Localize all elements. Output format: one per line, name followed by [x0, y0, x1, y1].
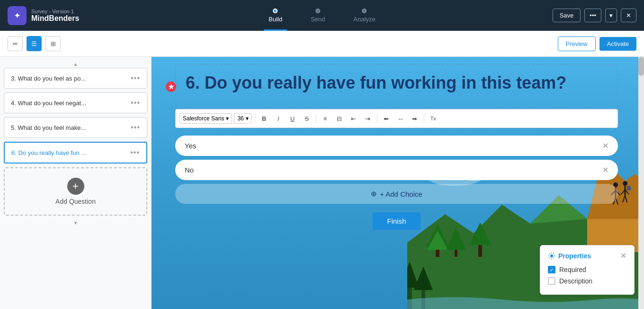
italic-button[interactable]: I: [272, 112, 285, 125]
description-checkbox[interactable]: [548, 277, 555, 285]
properties-title: Properties: [548, 252, 591, 260]
survey-canvas-container: ★ 6. Do you really have fun working in t…: [152, 57, 644, 309]
font-size-value: 36: [237, 115, 243, 122]
preview-button[interactable]: Preview: [558, 36, 596, 51]
main-layout: ▲ 3. What do you feel as po... ••• 4. Wh…: [0, 57, 644, 309]
main-toolbar: ✏ ☰ ⊞ Preview Activate: [0, 31, 644, 57]
add-question-area[interactable]: + Add Question: [4, 167, 147, 216]
edit-button[interactable]: ✏: [8, 36, 23, 51]
grid-icon: ⊞: [51, 40, 56, 47]
question-3-more[interactable]: •••: [131, 74, 140, 82]
description-row: Description: [548, 277, 626, 285]
tab-build-dot: [273, 9, 278, 13]
choice-no-label: No: [185, 166, 194, 174]
questions-panel: ▲ 3. What do you feel as po... ••• 4. Wh…: [0, 57, 152, 309]
indent-decrease-button[interactable]: ⇤: [348, 112, 360, 125]
edit-icon: ✏: [13, 40, 18, 47]
choice-yes: Yes ✕: [175, 136, 618, 156]
tab-build-label: Build: [268, 16, 282, 23]
top-nav: ✦ Survey - Version 1 MindBenders Build S…: [0, 0, 644, 31]
add-choice-icon: ⊕: [371, 190, 377, 198]
choice-no-remove[interactable]: ✕: [602, 165, 608, 174]
strike-label: S: [304, 115, 309, 122]
add-choice-label: + Add Choice: [380, 190, 422, 198]
properties-panel: Properties ✕ ✓ Required Description: [540, 245, 635, 295]
tab-analyze[interactable]: Analyze: [354, 0, 376, 31]
close-button[interactable]: ✕: [621, 9, 636, 22]
properties-icon: [548, 252, 555, 260]
scroll-down-arrow[interactable]: ▼: [4, 219, 147, 227]
question-item-5[interactable]: 5. What do you feel make... •••: [4, 117, 147, 138]
font-family-chevron: ▾: [226, 115, 229, 122]
question-item-4[interactable]: 4. What do you feel negat... •••: [4, 92, 147, 113]
svg-point-26: [550, 254, 553, 257]
question-3-label: 3. What do you feel as po...: [11, 75, 131, 82]
brand-name: MindBenders: [31, 14, 79, 23]
svg-rect-21: [627, 186, 631, 191]
save-button[interactable]: Save: [553, 9, 581, 22]
font-family-select[interactable]: Salesforce Sans ▾: [179, 113, 232, 124]
unordered-list-button[interactable]: ≡: [319, 112, 331, 125]
tab-analyze-label: Analyze: [354, 16, 376, 23]
underline-label: U: [290, 115, 295, 122]
question-item-3[interactable]: 3. What do you feel as po... •••: [4, 68, 147, 89]
add-choice-button[interactable]: ⊕ + Add Choice: [175, 184, 618, 204]
grid-view-button[interactable]: ⊞: [45, 36, 61, 51]
dropdown-button[interactable]: ▾: [605, 9, 617, 22]
list-icon: ☰: [31, 40, 37, 47]
properties-header: Properties ✕: [548, 251, 626, 260]
ordered-list-button[interactable]: ⊟: [333, 112, 346, 125]
app-logo: ✦ Survey - Version 1 MindBenders: [8, 6, 79, 25]
add-question-icon: +: [67, 178, 84, 195]
canvas-scroll-thumb[interactable]: [638, 57, 644, 76]
required-checkbox[interactable]: ✓: [548, 266, 555, 273]
bold-button[interactable]: B: [258, 112, 270, 125]
question-6-label: 6. Do you really have fun ...: [11, 149, 130, 156]
toolbar-divider-1: [255, 114, 255, 123]
add-question-label: Add Question: [55, 198, 96, 205]
question-title[interactable]: 6. Do you really have fun working in thi…: [186, 73, 608, 93]
clear-format-button[interactable]: Tx: [427, 112, 439, 125]
align-center-button[interactable]: ↔: [394, 112, 407, 125]
question-6-more[interactable]: •••: [130, 148, 140, 157]
toolbar-divider-3: [377, 114, 377, 123]
tab-send-label: Send: [311, 16, 325, 23]
required-star: ★: [166, 82, 176, 92]
font-toolbar: Salesforce Sans ▾ 36 ▾ B I U S ≡ ⊟ ⇤: [175, 109, 618, 128]
more-button[interactable]: •••: [584, 9, 601, 22]
toolbar-divider-4: [424, 114, 424, 123]
list-view-button[interactable]: ☰: [27, 36, 42, 51]
question-4-more[interactable]: •••: [131, 99, 140, 107]
properties-close-button[interactable]: ✕: [620, 251, 626, 260]
canvas-scrollbar[interactable]: [638, 57, 644, 309]
question-item-6[interactable]: 6. Do you really have fun ... •••: [4, 142, 147, 164]
logo-icon: ✦: [8, 6, 27, 25]
svg-point-16: [623, 181, 627, 186]
app-name: Survey - Version 1 MindBenders: [31, 9, 79, 23]
font-size-chevron: ▾: [246, 115, 249, 122]
activate-button[interactable]: Activate: [599, 37, 636, 51]
tab-send-dot: [315, 9, 320, 13]
required-label: Required: [559, 266, 586, 273]
scroll-up-arrow[interactable]: ▲: [4, 61, 147, 68]
align-left-button[interactable]: ⬅: [380, 112, 393, 125]
description-label: Description: [559, 277, 592, 285]
tab-analyze-dot: [362, 9, 367, 13]
question-4-label: 4. What do you feel negat...: [11, 100, 131, 107]
align-right-button[interactable]: ➡: [409, 112, 421, 125]
choice-yes-remove[interactable]: ✕: [602, 141, 608, 150]
strikethrough-button[interactable]: S: [301, 112, 313, 125]
required-row: ✓ Required: [548, 266, 626, 273]
indent-increase-button[interactable]: ⇥: [362, 112, 374, 125]
font-size-select[interactable]: 36 ▾: [234, 113, 251, 124]
question-title-box[interactable]: ★ 6. Do you really have fun working in t…: [175, 64, 618, 109]
survey-canvas: ★ 6. Do you really have fun working in t…: [152, 57, 644, 309]
nav-right: Save ••• ▾ ✕: [553, 9, 636, 22]
tab-build[interactable]: Build: [268, 0, 282, 31]
underline-button[interactable]: U: [286, 112, 299, 125]
answer-choices: Yes ✕ No ✕ ⊕ + Add Choice: [175, 136, 618, 209]
tab-send[interactable]: Send: [311, 0, 325, 31]
question-5-more[interactable]: •••: [131, 123, 140, 132]
finish-button[interactable]: Finish: [373, 212, 420, 230]
survey-version-label: Survey - Version 1: [31, 9, 79, 14]
